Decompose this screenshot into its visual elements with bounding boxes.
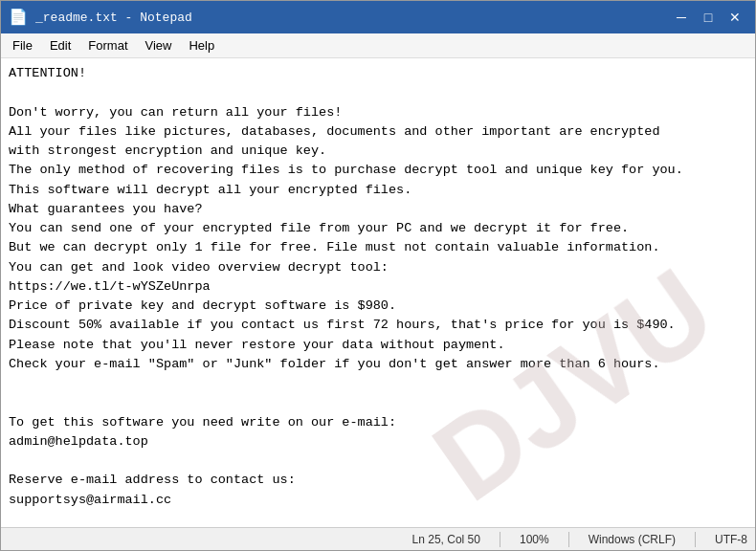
status-bar: Ln 25, Col 50 100% Windows (CRLF) UTF-8	[1, 527, 755, 550]
line-ending-label: Windows (CRLF)	[589, 533, 676, 546]
content-wrapper: DJVU	[1, 58, 755, 527]
status-line-ending: Windows (CRLF)	[589, 533, 676, 546]
menu-bar: File Edit Format View Help	[1, 33, 755, 58]
line-col-label: Ln 25, Col 50	[412, 533, 480, 546]
menu-view[interactable]: View	[138, 36, 180, 55]
status-zoom: 100%	[520, 533, 549, 546]
text-editor[interactable]	[1, 58, 755, 527]
title-bar: 📄 _readme.txt - Notepad ─ □ ✕	[1, 1, 755, 33]
menu-edit[interactable]: Edit	[42, 36, 78, 55]
zoom-label: 100%	[520, 533, 549, 546]
menu-format[interactable]: Format	[80, 36, 135, 55]
maximize-button[interactable]: □	[696, 7, 721, 28]
window-title: _readme.txt - Notepad	[35, 11, 192, 25]
title-bar-controls: ─ □ ✕	[669, 7, 747, 28]
app-icon: 📄	[9, 8, 28, 27]
notepad-window: 📄 _readme.txt - Notepad ─ □ ✕ File Edit …	[0, 0, 756, 551]
menu-file[interactable]: File	[5, 36, 40, 55]
status-encoding: UTF-8	[715, 533, 747, 546]
menu-help[interactable]: Help	[181, 36, 222, 55]
minimize-button[interactable]: ─	[669, 7, 694, 28]
status-line-col: Ln 25, Col 50	[412, 533, 480, 546]
close-button[interactable]: ✕	[723, 7, 747, 28]
status-divider-2	[568, 532, 569, 547]
title-bar-left: 📄 _readme.txt - Notepad	[9, 8, 192, 27]
status-divider-1	[500, 532, 500, 547]
status-divider-3	[695, 532, 696, 547]
encoding-label: UTF-8	[715, 533, 747, 546]
